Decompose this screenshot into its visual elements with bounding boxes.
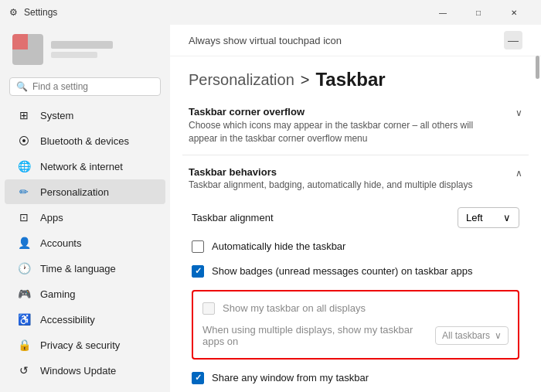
share-window-label: Share any window from my taskbar (212, 372, 369, 383)
alignment-setting: Taskbar alignment Left ∨ (189, 201, 522, 234)
behaviors-chevron-icon: ∧ (515, 168, 522, 179)
overflow-section: Taskbar corner overflow Choose which ico… (182, 97, 529, 155)
maximize-button[interactable]: □ (461, 0, 496, 25)
sidebar-nav: ⊞ System ⦿ Bluetooth & devices 🌐 Network… (0, 102, 170, 392)
behaviors-section-title: Taskbar behaviors (189, 166, 473, 178)
scrollbar-thumb[interactable] (536, 56, 539, 79)
minimize-button[interactable]: — (425, 0, 461, 25)
sidebar-item-network[interactable]: 🌐 Network & internet (5, 154, 165, 179)
content-area: Always show virtual touchpad icon — Pers… (170, 25, 541, 392)
share-window-wrapper: Share any window from my taskbar (192, 372, 369, 384)
multiple-displays-dropdown[interactable]: All taskbars ∨ (435, 326, 509, 345)
sidebar-item-privacy-label: Privacy & security (40, 339, 120, 351)
search-icon: 🔍 (16, 81, 28, 92)
sidebar: 🔍 ⊞ System ⦿ Bluetooth & devices 🌐 Netwo… (0, 25, 170, 392)
badges-checkbox[interactable] (192, 265, 204, 278)
accessibility-icon: ♿ (17, 312, 31, 326)
sidebar-item-system[interactable]: ⊞ System (5, 103, 165, 128)
behaviors-section: Taskbar behaviors Taskbar alignment, bad… (182, 155, 529, 392)
app-container: 🔍 ⊞ System ⦿ Bluetooth & devices 🌐 Netwo… (0, 25, 541, 392)
title-bar: ⚙ Settings — □ ✕ (0, 0, 541, 25)
close-button[interactable]: ✕ (496, 0, 532, 25)
breadcrumb-parent: Personalization (189, 71, 294, 89)
autohide-label: Automatically hide the taskbar (212, 240, 345, 252)
sidebar-item-time-label: Time & language (40, 263, 116, 274)
sidebar-item-privacy[interactable]: 🔒 Privacy & security (5, 332, 165, 357)
alignment-dropdown-icon: ∨ (503, 212, 511, 223)
sidebar-item-apps[interactable]: ⊡ Apps (5, 205, 165, 230)
badges-wrapper: Show badges (unread messages counter) on… (192, 265, 472, 278)
search-box[interactable]: 🔍 (9, 77, 161, 96)
profile-name (51, 41, 113, 49)
personalization-icon: ✏ (17, 185, 31, 199)
sidebar-item-bluetooth[interactable]: ⦿ Bluetooth & devices (5, 128, 165, 153)
sidebar-item-accessibility-label: Accessibility (40, 314, 95, 326)
privacy-icon: 🔒 (17, 338, 31, 352)
system-icon: ⊞ (17, 108, 31, 122)
share-window-checkbox[interactable] (192, 372, 204, 384)
behaviors-section-content: Taskbar alignment Left ∨ Automatically h… (182, 198, 529, 392)
prev-item: Always show virtual touchpad icon — (170, 25, 541, 56)
update-icon: ↺ (17, 363, 31, 377)
overflow-section-title: Taskbar corner overflow (189, 106, 482, 118)
all-displays-setting: Show my taskbar on all displays (202, 299, 509, 318)
multiple-displays-setting: When using multiple displays, show my ta… (202, 318, 509, 350)
sidebar-item-gaming-label: Gaming (40, 288, 76, 300)
all-displays-label: Show my taskbar on all displays (223, 302, 366, 314)
badges-setting: Show badges (unread messages counter) on… (189, 259, 522, 284)
highlighted-section: Show my taskbar on all displays When usi… (192, 290, 519, 360)
behaviors-section-subtitle: Taskbar alignment, badging, automaticall… (189, 179, 473, 190)
title-bar-left: ⚙ Settings (9, 7, 57, 18)
window-controls: — □ ✕ (425, 0, 532, 25)
sidebar-item-update-label: Windows Update (40, 365, 116, 377)
time-icon: 🕐 (17, 261, 31, 275)
autohide-checkbox[interactable] (192, 240, 204, 253)
sidebar-item-network-label: Network & internet (40, 161, 123, 172)
window-title: Settings (24, 7, 57, 18)
avatar (12, 34, 43, 65)
sidebar-item-bluetooth-label: Bluetooth & devices (40, 135, 129, 147)
sidebar-item-time[interactable]: 🕐 Time & language (5, 256, 165, 281)
overflow-section-subtitle: Choose which icons may appear in the tas… (189, 119, 482, 145)
network-icon: 🌐 (17, 159, 31, 173)
autohide-setting: Automatically hide the taskbar (189, 234, 522, 259)
behaviors-section-header[interactable]: Taskbar behaviors Taskbar alignment, bad… (182, 155, 529, 198)
profile-section (0, 25, 170, 74)
autohide-wrapper: Automatically hide the taskbar (192, 240, 345, 253)
prev-item-label: Always show virtual touchpad icon (189, 35, 342, 46)
multiple-displays-value: All taskbars (442, 330, 490, 341)
sidebar-item-accounts-label: Accounts (40, 237, 81, 249)
multiple-displays-dropdown-icon: ∨ (495, 330, 502, 341)
share-window-setting: Share any window from my taskbar (189, 366, 522, 390)
page-header: Personalization > Taskbar (170, 56, 541, 97)
page-title: Taskbar (315, 69, 385, 90)
sidebar-item-personalization[interactable]: ✏ Personalization (5, 179, 165, 204)
sidebar-item-system-label: System (40, 110, 73, 121)
prev-item-chevron: — (504, 31, 522, 49)
overflow-section-header[interactable]: Taskbar corner overflow Choose which ico… (182, 97, 529, 155)
bluetooth-icon: ⦿ (17, 134, 31, 148)
overflow-chevron-icon: ∨ (515, 107, 522, 118)
sidebar-item-apps-label: Apps (40, 212, 63, 223)
sidebar-item-personalization-label: Personalization (40, 186, 109, 198)
alignment-dropdown[interactable]: Left ∨ (458, 207, 519, 228)
sidebar-item-gaming[interactable]: 🎮 Gaming (5, 281, 165, 306)
app-icon: ⚙ (9, 7, 18, 18)
badges-label: Show badges (unread messages counter) on… (212, 265, 472, 277)
alignment-label: Taskbar alignment (192, 212, 274, 223)
sidebar-item-accessibility[interactable]: ♿ Accessibility (5, 307, 165, 332)
multiple-displays-label: When using multiple displays, show my ta… (202, 324, 435, 347)
profile-sub (51, 52, 97, 58)
accounts-icon: 👤 (17, 236, 31, 250)
all-displays-checkbox[interactable] (202, 302, 215, 315)
search-input[interactable] (32, 81, 154, 92)
sidebar-item-accounts[interactable]: 👤 Accounts (5, 230, 165, 255)
alignment-value: Left (466, 212, 483, 223)
sidebar-item-update[interactable]: ↺ Windows Update (5, 358, 165, 383)
gaming-icon: 🎮 (17, 287, 31, 301)
breadcrumb-separator: > (301, 71, 310, 89)
apps-icon: ⊡ (17, 210, 31, 224)
